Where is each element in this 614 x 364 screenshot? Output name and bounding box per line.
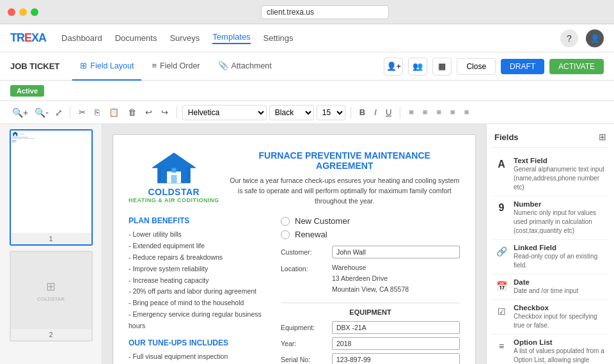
plan-benefits-list: - Lower utility bills - Extended equipme…: [129, 229, 271, 332]
nav-dashboard[interactable]: Dashboard: [61, 33, 102, 43]
font-select[interactable]: Helvetica Arial Times New Roman: [182, 105, 267, 120]
delete-btn[interactable]: 🗑: [125, 106, 139, 119]
svg-rect-6: [171, 175, 177, 184]
thumbnail-1[interactable]: COLDSTAR FURNACE PREVENTIVE MAINTENANCE …: [10, 129, 93, 246]
svg-rect-7: [171, 168, 176, 173]
thumb-placeholder-label: COLDSTAR: [37, 296, 65, 302]
plan-section: PLAN BENEFITS - Lower utility bills - Ex…: [129, 216, 460, 364]
main-area: COLDSTAR FURNACE PREVENTIVE MAINTENANCE …: [0, 124, 614, 364]
underline-btn[interactable]: U: [382, 106, 395, 119]
number-icon: 9: [494, 201, 508, 215]
help-icon-btn[interactable]: ?: [560, 29, 578, 47]
align-center-btn[interactable]: ≡: [420, 106, 431, 119]
url-bar[interactable]: client.trexa.us: [261, 5, 389, 19]
activate-button[interactable]: ACTIVATE: [549, 59, 604, 74]
doc-page: COLDSTAR HEATING & AIR CODITIONING FURNA…: [113, 134, 476, 364]
year-input[interactable]: [332, 337, 460, 350]
active-badge: Active: [10, 85, 44, 97]
cut-btn[interactable]: ✂: [75, 106, 89, 119]
toolbar: JOB TICKET ⊞ Field Layout ≡ Field Order …: [0, 52, 614, 81]
field-text-field[interactable]: A Text Field General alphanumeric text i…: [492, 153, 609, 196]
zoom-fit-btn[interactable]: ⤢: [53, 106, 65, 119]
option-list-icon: ≡: [494, 339, 508, 353]
tab-field-order[interactable]: ≡ Field Order: [144, 52, 207, 81]
nav-settings[interactable]: Settings: [264, 33, 294, 43]
nav-surveys[interactable]: Surveys: [169, 33, 200, 43]
plan-item-8: - Emergency service during regular busin…: [129, 309, 271, 332]
checkbox-icon: ☑: [494, 305, 508, 319]
bold-btn[interactable]: B: [356, 106, 368, 119]
nav-templates[interactable]: Templates: [212, 32, 250, 44]
text-field-info: Text Field General alphanumeric text inp…: [514, 157, 606, 192]
field-option-list[interactable]: ≡ Option List A list of values populated…: [492, 335, 609, 364]
field-number[interactable]: 9 Number Numeric only input for values u…: [492, 196, 609, 240]
radio-new-customer[interactable]: New Customer: [281, 216, 460, 226]
traffic-light-red[interactable]: [8, 8, 15, 16]
tab-attachment-label: Attachment: [232, 61, 272, 70]
nav-right: ? 👤: [560, 29, 604, 47]
logo-text: TREXA: [10, 31, 46, 45]
field-checkbox[interactable]: ☑ Checkbox Checkbox input for specifying…: [492, 300, 609, 335]
linked-desc: Read-only copy of an existing field.: [514, 252, 606, 270]
add-user-btn[interactable]: 👤+: [384, 58, 403, 75]
date-icon: 📅: [494, 279, 508, 293]
number-info: Number Numeric only input for values use…: [514, 200, 606, 235]
company-name: COLDSTAR: [148, 187, 200, 197]
radio-renewal[interactable]: Renewal: [281, 230, 460, 239]
equipment-title: EQUIPMENT: [281, 303, 460, 316]
thumb-img-1: COLDSTAR FURNACE PREVENTIVE MAINTENANCE …: [11, 131, 91, 233]
italic-btn[interactable]: I: [371, 106, 380, 119]
date-name: Date: [514, 278, 578, 286]
nav-documents[interactable]: Documents: [115, 33, 157, 43]
traffic-light-green[interactable]: [31, 8, 38, 16]
plan-item-1: - Lower utility bills: [129, 229, 271, 241]
fields-panel: Fields ⊞ A Text Field General alphanumer…: [486, 124, 614, 364]
tab-attachment[interactable]: 📎 Attachment: [210, 52, 279, 81]
align-right-btn[interactable]: ≡: [433, 106, 445, 119]
equipment-label: Equipment:: [281, 324, 332, 331]
zoom-out-btn[interactable]: 🔍-: [33, 106, 51, 119]
traffic-lights: [8, 8, 38, 16]
align-justify-btn[interactable]: ≡: [447, 106, 459, 119]
thumb-placeholder-2: ⊞ COLDSTAR: [11, 252, 91, 329]
thumbnail-panel: COLDSTAR FURNACE PREVENTIVE MAINTENANCE …: [0, 124, 102, 364]
customer-label: Customer:: [281, 246, 332, 256]
field-linked[interactable]: 🔗 Linked Field Read-only copy of an exis…: [492, 240, 609, 274]
close-button[interactable]: Close: [457, 58, 496, 75]
location-label: Location:: [281, 262, 332, 273]
linked-info: Linked Field Read-only copy of an existi…: [514, 244, 606, 270]
customer-input[interactable]: [332, 246, 460, 258]
fields-grid-icon[interactable]: ⊞: [599, 132, 606, 142]
fields-title: Fields: [494, 132, 519, 142]
thumb-num-1: 1: [11, 233, 91, 244]
option-list-name: Option List: [514, 338, 606, 346]
tab-field-layout[interactable]: ⊞ Field Layout: [72, 52, 141, 81]
zoom-in-btn[interactable]: 🔍+: [10, 106, 30, 119]
thumbnail-2[interactable]: ⊞ COLDSTAR 2: [10, 251, 93, 342]
paste-btn[interactable]: 📋: [106, 106, 122, 119]
plan-item-3: - Reduce repairs & breakdowns: [129, 252, 271, 264]
divider-1: [70, 107, 70, 118]
field-date[interactable]: 📅 Date Date and /or time input: [492, 274, 609, 300]
redo-btn[interactable]: ↪: [158, 106, 171, 119]
grid-btn[interactable]: ▦: [432, 58, 452, 75]
align-left-btn[interactable]: ≡: [405, 106, 417, 119]
undo-btn[interactable]: ↩: [142, 106, 155, 119]
users-btn[interactable]: 👥: [408, 58, 427, 75]
serial-input[interactable]: [332, 353, 460, 364]
user-avatar-btn[interactable]: 👤: [586, 29, 604, 47]
date-desc: Date and /or time input: [514, 287, 578, 296]
content-area[interactable]: COLDSTAR HEATING & AIR CODITIONING FURNA…: [102, 124, 486, 364]
draft-button[interactable]: DRAFT: [501, 59, 544, 74]
divider-2: [177, 107, 177, 118]
color-select[interactable]: Black Red Blue: [269, 105, 314, 120]
copy-btn[interactable]: ⎘: [91, 106, 103, 119]
thumb-placeholder-icon: ⊞: [37, 280, 65, 294]
form-table: Customer: Location: Warehouse13 Aberdeen…: [281, 246, 460, 294]
traffic-light-yellow[interactable]: [19, 8, 27, 16]
equipment-input[interactable]: [332, 321, 460, 334]
size-select[interactable]: 15 10 12 14 16 18: [317, 105, 345, 120]
list-btn[interactable]: ≡: [461, 106, 473, 119]
format-toolbar: 🔍+ 🔍- ⤢ ✂ ⎘ 📋 🗑 ↩ ↪ Helvetica Arial Time…: [0, 101, 614, 124]
option-list-info: Option List A list of values populated f…: [514, 338, 606, 364]
